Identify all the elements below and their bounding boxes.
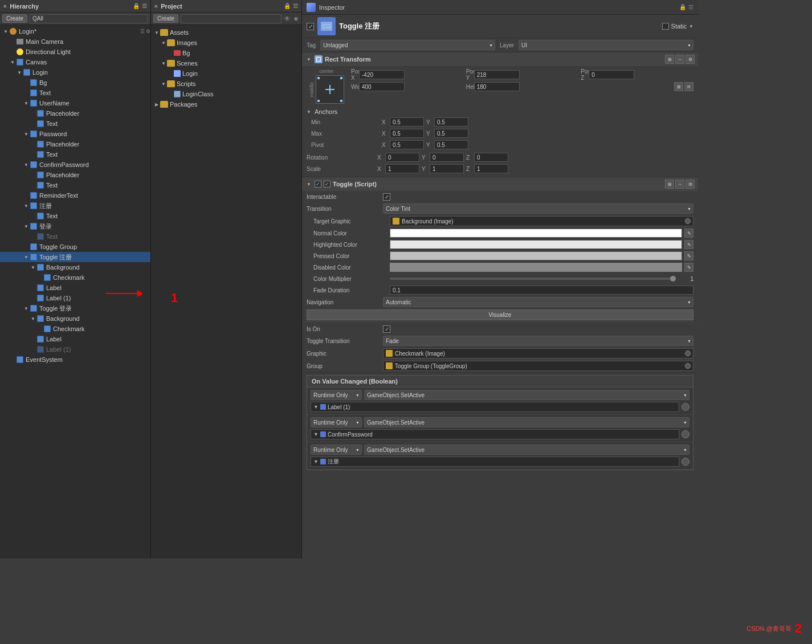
rotation-z-input[interactable] (474, 153, 508, 162)
normal-color-edit[interactable]: ✎ (684, 229, 693, 238)
lock-icon-p[interactable]: 🔒 (284, 3, 291, 9)
toggle-transition-dropdown[interactable]: Fade (383, 336, 693, 346)
is-on-checkbox[interactable]: ✓ (383, 325, 390, 333)
rotation-y-input[interactable] (430, 153, 464, 162)
list-item[interactable]: Checkmark (0, 324, 150, 334)
obj-field-2[interactable]: ▼ ConfirmPassword (311, 429, 679, 439)
list-item[interactable]: Placeholder (0, 108, 150, 119)
rt-extra-btn1[interactable]: ⊞ (674, 82, 683, 91)
hierarchy-search-input[interactable] (30, 14, 148, 23)
list-item[interactable]: Placeholder (0, 170, 150, 180)
eye-icon[interactable]: 👁 (284, 15, 291, 23)
pressed-color-edit[interactable]: ✎ (684, 251, 693, 260)
pivot-y-input[interactable] (434, 140, 468, 149)
lock-icon[interactable]: 🔒 (133, 3, 140, 9)
list-item[interactable]: ▼ 登录 (0, 221, 150, 231)
static-checkbox[interactable] (662, 23, 669, 30)
anchor-widget-box[interactable] (316, 75, 344, 104)
list-item[interactable]: ▼ Canvas (0, 57, 150, 67)
anchor-min-x-input[interactable] (390, 117, 424, 127)
project-create-button[interactable]: Create (153, 14, 178, 23)
target-graphic-dot[interactable] (685, 218, 691, 224)
disabled-color-edit[interactable]: ✎ (684, 263, 693, 272)
hierarchy-root[interactable]: ▼ Login* ☰ ⚙ (0, 26, 150, 36)
hierarchy-create-button[interactable]: Create (2, 14, 27, 23)
scale-y-input[interactable] (430, 164, 464, 173)
disabled-color-bar[interactable] (390, 263, 682, 272)
ts-btn-2[interactable]: ↔ (675, 180, 684, 189)
list-item[interactable]: Text (0, 88, 150, 98)
list-item[interactable]: ReminderText (0, 190, 150, 201)
rect-transform-header[interactable]: ▼ Rect Transform ⊞ ↔ ⚙ (302, 52, 698, 66)
pivot-x-input[interactable] (390, 140, 424, 149)
list-item[interactable]: Placeholder (0, 139, 150, 149)
group-dot[interactable] (685, 363, 691, 369)
ts-btn-1[interactable]: ⊞ (665, 180, 674, 189)
list-item[interactable]: Text (0, 180, 150, 190)
project-scripts-folder[interactable]: ▼ Scripts (151, 79, 301, 89)
anchor-max-x-input[interactable] (390, 129, 424, 138)
rotation-x-input[interactable] (385, 153, 419, 162)
runtime-only-3[interactable]: Runtime Only (311, 445, 362, 455)
tag-dropdown[interactable]: Untagged (320, 40, 495, 50)
scale-z-input[interactable] (474, 164, 508, 173)
list-item[interactable]: ▼ 注册 (0, 201, 150, 211)
list-item[interactable]: Bg (0, 78, 150, 88)
list-item[interactable]: EventSystem (0, 354, 150, 365)
hierarchy-selected-item[interactable]: ▼ Toggle 注册 (0, 252, 150, 262)
graphic-dot[interactable] (685, 350, 691, 356)
normal-color-bar[interactable] (390, 229, 682, 238)
list-item[interactable]: ▼ UserName (0, 98, 150, 108)
graphic-field[interactable]: Checkmark (Image) (383, 348, 693, 358)
obj-field-3[interactable]: ▼ 注册 (311, 456, 679, 467)
ts-btn-3[interactable]: ⚙ (685, 180, 695, 189)
layer-dropdown[interactable]: UI (519, 40, 693, 50)
anchors-header[interactable]: ▼ Anchors (307, 107, 693, 116)
toggle-script-enable-checkbox[interactable]: ✓ (315, 181, 321, 188)
obj-dot-1[interactable] (682, 403, 689, 411)
list-item[interactable]: Text (0, 211, 150, 221)
menu-icon[interactable]: ☰ (142, 3, 147, 9)
rt-btn-2[interactable]: ↔ (675, 55, 684, 64)
list-item[interactable]: Label (0, 334, 150, 344)
list-item[interactable]: ▼ ConfirmPassword (0, 160, 150, 170)
runtime-only-2[interactable]: Runtime Only (311, 417, 362, 427)
list-item[interactable]: Directional Light (0, 47, 150, 57)
project-images-folder[interactable]: ▼ Images (151, 38, 301, 48)
anchor-min-y-input[interactable] (434, 117, 468, 127)
list-item[interactable]: Text (0, 149, 150, 160)
list-item[interactable]: Text (0, 231, 150, 242)
obj-dot-2[interactable] (682, 430, 689, 438)
project-bg-folder[interactable]: Bg (151, 48, 301, 58)
project-search-input[interactable] (181, 14, 281, 23)
project-login-scene[interactable]: Login (151, 68, 301, 79)
list-item[interactable]: ▼ Login (0, 67, 150, 78)
project-loginclass-script[interactable]: LoginClass (151, 89, 301, 99)
rt-btn-1[interactable]: ⊞ (665, 55, 674, 64)
func-dropdown-2[interactable]: GameObject.SetActive (364, 417, 689, 427)
pos-y-input[interactable] (474, 70, 520, 79)
func-dropdown-3[interactable]: GameObject.SetActive (364, 445, 689, 455)
fade-duration-input[interactable] (390, 286, 693, 295)
color-multiplier-thumb[interactable] (670, 276, 676, 282)
static-dropdown-arrow[interactable]: ▼ (689, 24, 693, 29)
height-input[interactable] (474, 82, 520, 91)
group-field[interactable]: Toggle Group (ToggleGroup) (383, 361, 693, 371)
target-graphic-field[interactable]: Background (Image) (390, 216, 693, 226)
anchor-max-y-input[interactable] (434, 129, 468, 138)
list-item[interactable]: Text (0, 119, 150, 129)
obj-dot-3[interactable] (682, 458, 689, 466)
pos-x-input[interactable] (359, 70, 405, 79)
transition-dropdown[interactable]: Color Tint (383, 203, 693, 214)
project-scenes-folder[interactable]: ▼ Scenes (151, 58, 301, 68)
width-input[interactable] (359, 82, 405, 91)
rt-btn-3[interactable]: ⚙ (685, 55, 695, 64)
menu-icon-p[interactable]: ☰ (293, 3, 298, 9)
list-item[interactable]: Label (1) (0, 293, 150, 303)
toggle-script-header[interactable]: ▼ ✓ ✓ Toggle (Script) ⊞ ↔ ⚙ (302, 177, 698, 191)
interactable-checkbox[interactable]: ✓ (383, 193, 390, 201)
list-item[interactable]: ▼ Password (0, 129, 150, 139)
toggle-script-checkbox2[interactable]: ✓ (324, 181, 330, 188)
rt-extra-btn2[interactable]: R (684, 82, 693, 91)
func-dropdown-1[interactable]: GameObject.SetActive (364, 390, 689, 400)
